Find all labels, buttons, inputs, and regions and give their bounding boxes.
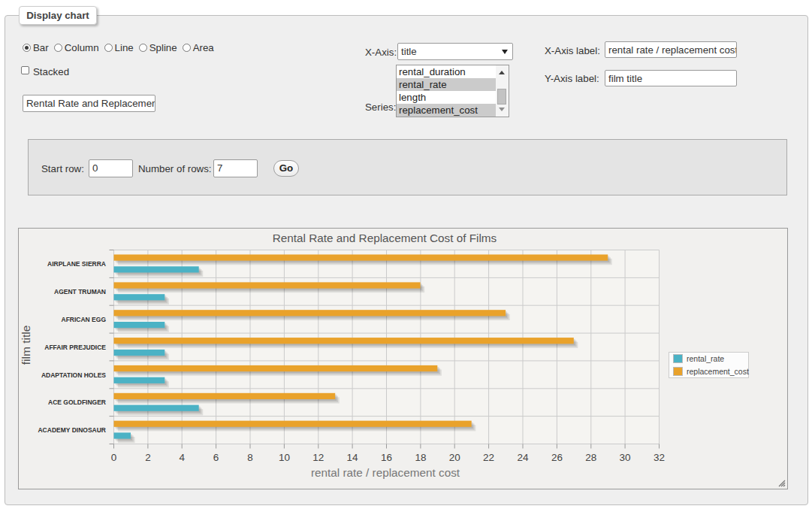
- svg-text:4: 4: [179, 452, 185, 463]
- svg-text:22: 22: [483, 452, 494, 463]
- svg-text:AFFAIR PREJUDICE: AFFAIR PREJUDICE: [44, 344, 106, 351]
- svg-text:18: 18: [415, 452, 426, 463]
- svg-text:28: 28: [585, 452, 596, 463]
- svg-text:AFRICAN EGG: AFRICAN EGG: [62, 316, 107, 323]
- svg-text:12: 12: [312, 452, 324, 463]
- svg-text:2: 2: [145, 452, 151, 463]
- svg-text:0: 0: [111, 452, 117, 463]
- svg-text:ADAPTATION HOLES: ADAPTATION HOLES: [41, 371, 106, 379]
- svg-text:10: 10: [279, 452, 290, 463]
- svg-text:30: 30: [620, 452, 631, 463]
- svg-text:16: 16: [381, 452, 392, 463]
- svg-text:film title: film title: [20, 326, 32, 365]
- svg-text:ACADEMY DINOSAUR: ACADEMY DINOSAUR: [38, 426, 106, 434]
- svg-text:8: 8: [247, 452, 253, 463]
- svg-text:replacement_cost: replacement_cost: [687, 367, 749, 376]
- svg-text:rental rate / replacement cost: rental rate / replacement cost: [311, 466, 460, 479]
- svg-text:AGENT TRUMAN: AGENT TRUMAN: [54, 288, 106, 295]
- svg-text:26: 26: [551, 452, 563, 463]
- svg-text:20: 20: [449, 452, 460, 463]
- svg-text:AIRPLANE SIERRA: AIRPLANE SIERRA: [47, 260, 106, 268]
- svg-text:Rental Rate and Replacement Co: Rental Rate and Replacement Cost of Film…: [273, 232, 497, 244]
- svg-text:6: 6: [213, 452, 219, 463]
- svg-text:rental_rate: rental_rate: [687, 354, 724, 363]
- svg-text:24: 24: [517, 452, 529, 463]
- svg-text:14: 14: [347, 452, 359, 463]
- svg-text:ACE GOLDFINGER: ACE GOLDFINGER: [48, 398, 106, 406]
- svg-text:32: 32: [654, 452, 665, 463]
